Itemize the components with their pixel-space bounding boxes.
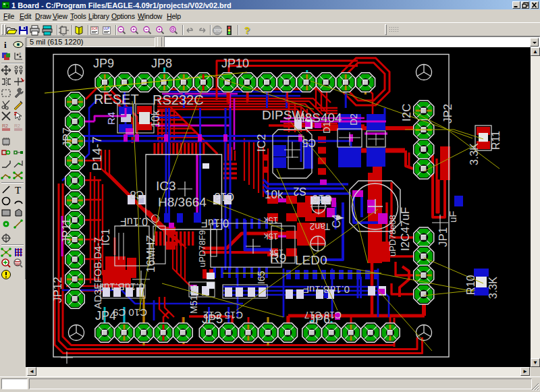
svg-text:IC2: IC2 (255, 134, 268, 152)
svg-text:C13: C13 (215, 191, 234, 202)
svg-text:I2C47uF: I2C47uF (399, 207, 412, 251)
svg-text:0.1uB.1uF: 0.1uB.1uF (98, 281, 144, 293)
svg-text:0.1uB.1uF: 0.1uB.1uF (303, 284, 350, 296)
svg-text:JP12: JP12 (51, 277, 64, 303)
svg-text:SCR: SCR (91, 27, 98, 30)
svg-text:IC3: IC3 (156, 179, 176, 193)
svg-text:3.3K: 3.3K (468, 143, 480, 165)
svg-text:C10 C9: C10 C9 (113, 307, 147, 318)
svg-text:AD3EFOB.D4-7: AD3EFOB.D4-7 (92, 237, 103, 309)
svg-text:S2: S2 (293, 186, 306, 197)
svg-text:H8S404: H8S404 (296, 111, 342, 125)
svg-text:uPD78F9: uPD78F9 (197, 230, 207, 267)
svg-text:10k: 10k (265, 188, 284, 201)
svg-text:C18 C17: C18 C17 (304, 310, 342, 320)
svg-text:15k: 15k (264, 231, 278, 242)
svg-text:C16: C16 (313, 193, 332, 204)
svg-text:R11: R11 (490, 131, 502, 150)
svg-text:10k: 10k (150, 109, 161, 128)
svg-text:R2: R2 (14, 123, 20, 128)
svg-text:ULP: ULP (103, 27, 109, 30)
svg-text:C4: C4 (331, 214, 342, 228)
svg-text:H8/3664: H8/3664 (158, 195, 207, 209)
svg-text:o: o (19, 51, 21, 55)
svg-text:3.3K: 3.3K (487, 277, 499, 299)
svg-text:JP1: JP1 (437, 227, 450, 247)
svg-text:D1: D1 (321, 121, 332, 134)
svg-text:C5: C5 (302, 137, 316, 148)
svg-text:uF: uF (447, 211, 458, 223)
svg-text:JP2: JP2 (441, 104, 454, 123)
svg-text:0.1uF: 0.1uF (120, 216, 148, 227)
svg-text:STOP: STOP (214, 29, 222, 32)
svg-text:P14-7: P14-7 (90, 136, 104, 171)
svg-text:M5195: M5195 (188, 285, 199, 314)
svg-text:R2: R2 (2, 123, 8, 128)
svg-text:I2C: I2C (400, 104, 413, 121)
svg-text:JP7: JP7 (61, 128, 74, 147)
svg-text:T: T (15, 185, 21, 195)
svg-text:15k: 15k (269, 248, 284, 258)
svg-text:C8: C8 (130, 189, 144, 200)
svg-text:I65: I65 (256, 271, 267, 284)
svg-text:15k: 15k (264, 215, 278, 225)
svg-text:JP10: JP10 (221, 57, 249, 70)
svg-text:C15 C12: C15 C12 (203, 310, 243, 321)
svg-text:JP9: JP9 (93, 57, 114, 70)
svg-text:R10: R10 (465, 275, 477, 295)
svg-text:0.1uF: 0.1uF (201, 217, 229, 229)
svg-text:uPD78e08: uPD78e08 (387, 215, 398, 256)
svg-text:LED0: LED0 (295, 253, 327, 267)
svg-text:IC1: IC1 (100, 229, 111, 246)
svg-text:JP11: JP11 (60, 219, 73, 244)
svg-text:D2: D2 (348, 113, 359, 125)
svg-text:16MHZ: 16MHZ (144, 235, 157, 273)
svg-text:i: i (4, 40, 7, 50)
svg-text:R4: R4 (105, 112, 117, 125)
svg-text:RS232C: RS232C (153, 92, 204, 107)
svg-text:RESET: RESET (94, 92, 139, 107)
svg-text:JP8: JP8 (151, 57, 172, 70)
svg-text:Tan2: Tan2 (309, 221, 330, 232)
